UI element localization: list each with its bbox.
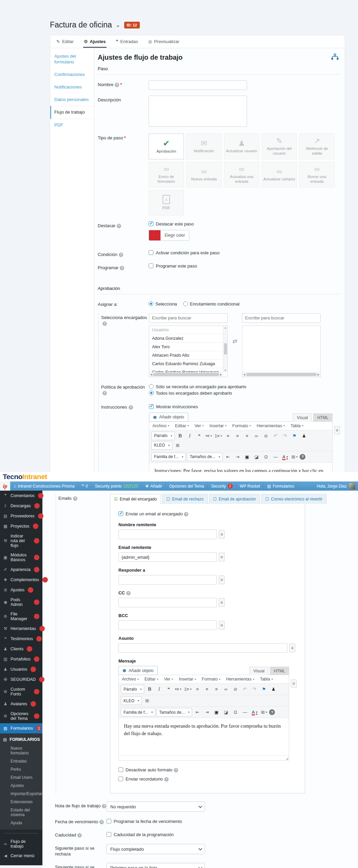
paragraph-format-select[interactable]: Párrafo▾	[121, 685, 144, 693]
help-icon[interactable]: ?	[164, 777, 169, 782]
send-email-checkbox[interactable]	[118, 511, 123, 516]
radio[interactable]	[149, 391, 154, 395]
shortcode-grid-icon[interactable]: ⊞	[143, 696, 151, 705]
admin-bar-item[interactable]: ❞ 0	[78, 481, 92, 491]
admin-bar-item[interactable]: Security 2	[208, 481, 236, 491]
merge-tag-button[interactable]: ≣	[219, 621, 225, 630]
editor-toolbar-button[interactable]: ⊘	[231, 685, 240, 693]
politica-radio-option[interactable]: Todos los encargados deben aprobarlo	[149, 391, 340, 396]
responder-input[interactable]	[118, 575, 217, 585]
help-icon[interactable]: ?	[102, 804, 106, 808]
assignee-available-list[interactable]: UsuariosAdona GonzalezAlex ToroAlmacen P…	[149, 326, 228, 377]
editor-toolbar-button[interactable]: ▣	[212, 708, 221, 716]
merge-tag-button[interactable]: ≣	[219, 575, 225, 584]
sidebar-menu-item[interactable]: ⚙ Opciones del Tema	[0, 709, 42, 723]
editor-toolbar-button[interactable]: I	[155, 685, 163, 693]
step-type-option[interactable]: ∞ Nueva entrada	[186, 162, 222, 188]
programar-checkbox[interactable]	[149, 263, 153, 268]
step-type-option[interactable]: ♟ Actualizar usuario	[224, 134, 259, 159]
sidebar-menu-item[interactable]: ≣ Ajustes	[0, 585, 42, 595]
assignee-option[interactable]: Usuarios	[149, 326, 223, 334]
submenu-item[interactable]: Entradas	[0, 757, 42, 765]
step-type-option[interactable]: ∞ Actualizar campos	[262, 162, 297, 188]
color-picker-button[interactable]: Elegir color	[149, 230, 189, 241]
site-brand-icon[interactable]: ip	[0, 481, 10, 491]
form-tab[interactable]: ⚙ Ajustes	[83, 35, 107, 48]
editor-toolbar-button[interactable]: B	[145, 685, 154, 693]
instructions-editor-content[interactable]: Instrucciones: Por favor, revisa los val…	[149, 463, 332, 472]
caducidad-checkbox[interactable]	[107, 832, 111, 837]
destacar-checkbox[interactable]	[149, 221, 153, 226]
settings-nav-item[interactable]: Ajustes del formulario	[50, 50, 94, 68]
editor-toolbar-button[interactable]: Ω	[231, 708, 240, 716]
editor-menu[interactable]: Archivo▾	[152, 423, 169, 428]
editor-toolbar-button[interactable]: •≡	[174, 685, 182, 693]
submenu-item[interactable]: Ayuda	[0, 819, 42, 827]
editor-toolbar-button[interactable]: A	[281, 453, 289, 461]
font-size-select[interactable]: Tamaños de...▾	[187, 453, 223, 461]
sidebar-menu-item[interactable]: ▤ Proveedores	[0, 511, 42, 521]
nombre-input[interactable]	[149, 80, 247, 90]
sidebar-menu-item[interactable]: ✐ Apariencia	[0, 565, 42, 575]
editor-toolbar-button[interactable]: ⊘	[262, 432, 270, 440]
radio[interactable]	[149, 384, 154, 389]
editor-toolbar-button[interactable]: ↷	[281, 432, 289, 440]
politica-radio-option[interactable]: Sólo se necesita un encargado para aprob…	[149, 384, 340, 389]
sidebar-menu-item[interactable]: ◉ Pods Admin	[0, 595, 42, 609]
admin-bar-account[interactable]: Hola, Jorge Diaz	[317, 483, 358, 489]
editor-toolbar-button[interactable]: 1≡	[183, 685, 192, 693]
editor-toolbar-button[interactable]: 1≡	[214, 432, 223, 440]
add-media-button[interactable]: ⊕Añadir objeto	[149, 413, 188, 422]
sidebar-menu-item[interactable]: ⚒ Herramientas	[0, 624, 42, 634]
editor-menu[interactable]: Tabla▾	[290, 423, 303, 428]
kleo-shortcodes-select[interactable]: KLEO▾	[121, 696, 142, 705]
editor-toolbar-button[interactable]: Ω	[262, 453, 270, 461]
step-type-option[interactable]: ✔ Aprobación	[149, 134, 184, 159]
submenu-item[interactable]: Estado del sistema	[0, 806, 42, 819]
submenu-item[interactable]: Perks	[0, 765, 42, 773]
sidebar-menu-item[interactable]: ✠ SEGURIDAD	[0, 674, 42, 685]
tecnointranet-logo[interactable]: TecnoIntranet	[3, 473, 47, 481]
email-tab[interactable]: ☐ Email de aprobación	[209, 494, 260, 504]
editor-toolbar-button[interactable]: ♟	[269, 685, 278, 693]
assignee-option[interactable]: Adona Gonzalez	[149, 334, 223, 343]
sidebar-menu-item[interactable]: ❞ Comentarios	[0, 491, 42, 501]
condicion-checkbox[interactable]	[149, 250, 153, 255]
editor-toolbar-button[interactable]: ≡	[212, 685, 221, 693]
settings-nav-item[interactable]: Datos personales	[50, 94, 94, 106]
editor-toolbar-button[interactable]: ⚑	[260, 685, 268, 693]
sidebar-menu-item[interactable]: ♟ Usuarios	[0, 664, 42, 674]
sidebar-menu-item[interactable]: ◀ Cerrar menú	[0, 851, 42, 861]
editor-menu[interactable]: Formato▾	[232, 423, 251, 428]
assignee-search-input[interactable]	[149, 313, 228, 323]
form-tab[interactable]: ❞ Entradas	[115, 35, 139, 48]
vertical-scrollbar[interactable]: ▲▼	[223, 326, 227, 372]
autoformat-checkbox[interactable]	[118, 767, 123, 772]
form-tab[interactable]: ✎ Editar	[56, 35, 74, 48]
help-icon[interactable]: ?	[174, 768, 178, 772]
help-icon[interactable]: ?	[119, 253, 123, 257]
help-icon[interactable]: ?	[117, 224, 121, 228]
sidebar-menu-item[interactable]: ⇩ Descargas	[0, 501, 42, 511]
radio[interactable]	[149, 301, 153, 306]
settings-nav-item[interactable]: Notificaciones	[50, 81, 94, 94]
sidebar-menu-item[interactable]: ▦ Proyectos	[0, 521, 42, 531]
assignee-selected-list[interactable]: ◀▶	[242, 326, 321, 377]
editor-toolbar-button[interactable]: ∞	[222, 685, 230, 693]
step-type-option[interactable]: ✎ Aportación del usuario	[262, 134, 297, 159]
help-icon[interactable]: ?	[126, 591, 131, 595]
editor-toolbar-button[interactable]: ≡	[203, 685, 211, 693]
submenu-item[interactable]: Email Users	[0, 773, 42, 782]
help-icon[interactable]: ?	[99, 820, 104, 824]
help-icon[interactable]: ?	[73, 496, 77, 501]
horizontal-scrollbar[interactable]: ◀▶	[242, 372, 320, 377]
siguiente-rechaza-select[interactable]: Flujo completado	[107, 844, 205, 854]
editor-toolbar-button[interactable]: ―	[271, 453, 280, 461]
help-icon[interactable]: ?	[102, 321, 107, 326]
editor-menu[interactable]: Herramientas▾	[257, 423, 285, 428]
email-tab[interactable]: ☑ Email del encargado	[110, 494, 161, 504]
nota-select[interactable]: No requerido	[107, 802, 205, 812]
editor-toolbar-button[interactable]: •≡	[204, 432, 213, 440]
asunto-input[interactable]	[118, 643, 287, 653]
settings-nav-item[interactable]: PDF	[50, 119, 94, 132]
